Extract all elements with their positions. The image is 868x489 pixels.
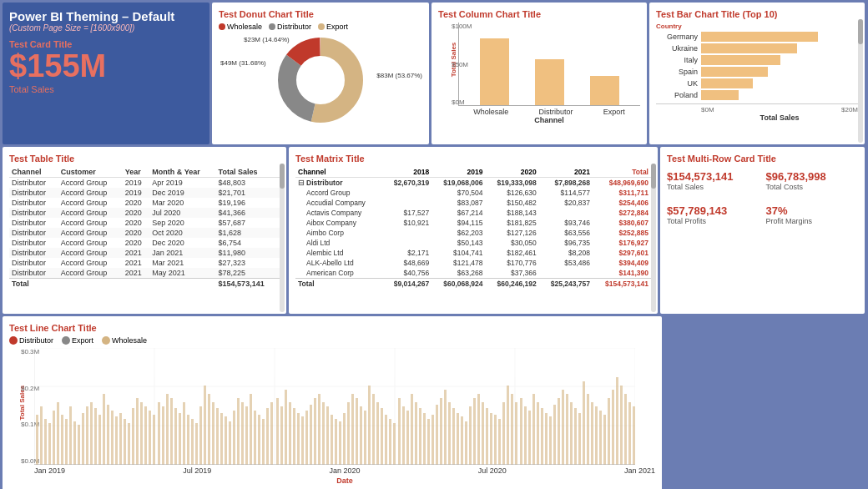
svg-rect-22 bbox=[69, 406, 72, 465]
main-title: Power BI Theming – Default bbox=[9, 9, 203, 23]
line-legend-export: Export bbox=[62, 336, 93, 345]
matrix-total-label: Total bbox=[295, 279, 383, 290]
svg-rect-16 bbox=[44, 419, 47, 465]
bar-label-italy: Italy bbox=[656, 56, 698, 64]
svg-rect-61 bbox=[233, 411, 235, 465]
matrix-scrollbar[interactable] bbox=[651, 164, 656, 312]
col-sales: Total Sales bbox=[216, 167, 280, 178]
svg-point-3 bbox=[297, 57, 344, 103]
svg-rect-60 bbox=[229, 421, 231, 465]
line-dot-wholesale bbox=[102, 336, 110, 345]
svg-rect-131 bbox=[528, 411, 531, 465]
donut-label-left: $49M (31.68%) bbox=[220, 59, 266, 67]
svg-rect-103 bbox=[411, 394, 413, 465]
matrix-row: Accord Group$70,504$126,630$114,577$311,… bbox=[295, 188, 651, 198]
matrix-scroll-area[interactable]: Channel 2018 2019 2020 2021 Total ⊟Distr… bbox=[295, 167, 651, 289]
svg-rect-98 bbox=[389, 419, 391, 465]
matrix-total-2021: $25,243,757 bbox=[539, 279, 593, 290]
scrollbar[interactable] bbox=[858, 19, 863, 143]
svg-rect-79 bbox=[310, 405, 312, 465]
bar-label-poland: Poland bbox=[656, 91, 698, 99]
table-card: Test Table Title Channel Customer Year M… bbox=[3, 147, 286, 314]
svg-rect-21 bbox=[65, 419, 68, 465]
svg-rect-40 bbox=[144, 406, 147, 465]
table-row: DistributorAccord Group2020Oct 2020$1,62… bbox=[9, 228, 280, 238]
svg-rect-112 bbox=[448, 402, 451, 465]
bar-germany: Germany bbox=[656, 32, 858, 42]
multirow-item-sales: $154,573,141 Total Sales bbox=[667, 170, 760, 191]
svg-rect-54 bbox=[204, 386, 206, 465]
svg-rect-87 bbox=[343, 413, 346, 465]
svg-rect-123 bbox=[494, 415, 497, 465]
column-chart-title: Test Column Chart Title bbox=[438, 9, 640, 19]
svg-rect-136 bbox=[549, 416, 552, 465]
svg-rect-58 bbox=[220, 413, 223, 465]
svg-rect-75 bbox=[293, 408, 295, 465]
svg-rect-100 bbox=[398, 398, 401, 465]
table-scrollbar-thumb[interactable] bbox=[280, 164, 285, 189]
line-chart-svg bbox=[34, 348, 635, 465]
svg-rect-37 bbox=[132, 408, 134, 465]
svg-rect-109 bbox=[436, 405, 438, 465]
svg-rect-108 bbox=[431, 415, 434, 465]
bar-poland: Poland bbox=[656, 90, 858, 100]
table-scrollbar[interactable] bbox=[280, 164, 285, 312]
line-chart-wrapper: Total Sales $0.3M $0.2M $0.1M $0.0M bbox=[9, 348, 655, 485]
svg-rect-156 bbox=[633, 406, 635, 465]
svg-rect-150 bbox=[608, 398, 610, 465]
total-profits-value: $57,789,143 bbox=[667, 204, 760, 217]
svg-rect-26 bbox=[86, 406, 88, 465]
column-chart-wrapper: Total Sales $100M $50M $0M Wholesale Dis… bbox=[438, 23, 640, 124]
multirow-card: Test Multi-Row Card Title $154,573,141 T… bbox=[660, 147, 865, 314]
svg-rect-142 bbox=[574, 408, 577, 465]
line-legend-wholesale: Wholesale bbox=[102, 336, 147, 345]
matrix-row: ⊟Distributor$2,670,319$19,068,006$19,333… bbox=[295, 178, 651, 189]
svg-rect-78 bbox=[305, 411, 308, 465]
matrix-total-2019: $60,068,924 bbox=[431, 279, 485, 290]
y-label-50: $50M bbox=[452, 61, 472, 68]
multirow-item-costs: $96,783,998 Total Costs bbox=[766, 170, 859, 191]
svg-rect-143 bbox=[578, 413, 581, 465]
svg-rect-93 bbox=[368, 386, 371, 465]
svg-rect-120 bbox=[482, 402, 484, 465]
title-card: Power BI Theming – Default (Custom Page … bbox=[3, 3, 209, 144]
svg-rect-116 bbox=[465, 421, 467, 465]
line-label-wholesale: Wholesale bbox=[112, 336, 147, 345]
svg-rect-59 bbox=[225, 416, 227, 465]
svg-rect-18 bbox=[53, 411, 55, 465]
profit-margins-value: 37% bbox=[766, 204, 859, 217]
svg-rect-124 bbox=[498, 419, 501, 465]
line-legend-distributor: Distributor bbox=[9, 336, 53, 345]
scrollbar-thumb[interactable] bbox=[858, 19, 863, 44]
profit-margins-label: Profit Margins bbox=[766, 217, 859, 225]
svg-rect-92 bbox=[364, 411, 366, 465]
line-label-distributor: Distributor bbox=[19, 336, 53, 345]
svg-rect-151 bbox=[612, 390, 614, 465]
svg-rect-47 bbox=[174, 408, 177, 465]
svg-rect-118 bbox=[473, 398, 476, 465]
multirow-grid: $154,573,141 Total Sales $96,783,998 Tot… bbox=[667, 170, 858, 225]
bar-uk: UK bbox=[656, 78, 858, 88]
metric-value: $155M bbox=[9, 49, 203, 84]
svg-rect-70 bbox=[270, 402, 273, 465]
col-customer: Customer bbox=[58, 167, 123, 178]
table-row: DistributorAccord Group2019Dec 2019$21,7… bbox=[9, 188, 280, 198]
svg-rect-134 bbox=[541, 408, 543, 465]
svg-rect-81 bbox=[318, 394, 320, 465]
svg-rect-65 bbox=[250, 394, 252, 465]
data-table: Channel Customer Year Month & Year Total… bbox=[9, 167, 280, 289]
svg-rect-57 bbox=[216, 408, 219, 465]
table-scroll-area[interactable]: Channel Customer Year Month & Year Total… bbox=[9, 167, 280, 289]
svg-rect-138 bbox=[558, 398, 560, 465]
svg-rect-32 bbox=[111, 411, 114, 465]
line-label-export: Export bbox=[72, 336, 93, 345]
matrix-card: Test Matrix Title Channel 2018 2019 2020… bbox=[289, 147, 658, 314]
x-label-jul2019: Jul 2019 bbox=[183, 466, 211, 475]
col-label-wholesale: Wholesale bbox=[473, 108, 508, 116]
svg-rect-39 bbox=[140, 402, 143, 465]
table-row: DistributorAccord Group2020Dec 2020$6,75… bbox=[9, 238, 280, 248]
col-bar-distributor bbox=[535, 59, 564, 105]
matrix-scrollbar-thumb[interactable] bbox=[651, 164, 656, 189]
total-label: Total bbox=[9, 279, 216, 290]
y-label-100: $100M bbox=[452, 23, 472, 30]
